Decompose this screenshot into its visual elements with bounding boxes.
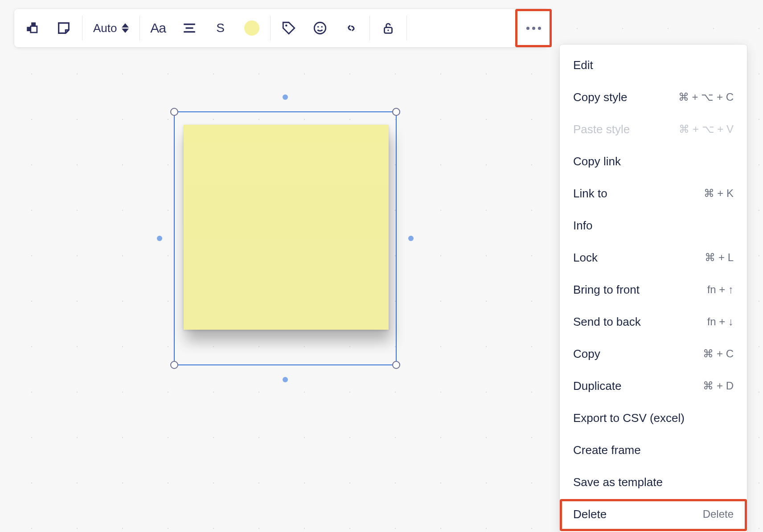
svg-rect-0 <box>31 26 37 33</box>
menu-item-label: Save as template <box>573 475 663 489</box>
lock-button[interactable] <box>373 12 404 44</box>
menu-item-copy[interactable]: Copy ⌘ + C <box>560 338 747 370</box>
menu-item-label: Paste style <box>573 123 630 136</box>
menu-item-send-to-back[interactable]: Send to back fn + ↓ <box>560 306 747 338</box>
menu-item-label: Lock <box>573 251 598 265</box>
svg-point-4 <box>285 25 287 27</box>
menu-item-shortcut: fn + ↓ <box>707 315 734 328</box>
text-format-button[interactable]: Aa <box>143 12 174 44</box>
menu-item-shortcut: ⌘ + D <box>703 380 734 392</box>
edge-handle-right[interactable] <box>408 236 414 241</box>
menu-item-bring-to-front[interactable]: Bring to front fn + ↑ <box>560 274 747 306</box>
resize-handle-tr[interactable] <box>392 108 400 116</box>
selection-bounding-box[interactable] <box>174 111 397 365</box>
emoji-icon <box>312 20 328 36</box>
menu-item-label: Info <box>573 219 592 233</box>
menu-item-save-template[interactable]: Save as template <box>560 466 747 498</box>
svg-point-9 <box>387 29 389 31</box>
menu-item-shortcut: ⌘ + C <box>703 348 734 360</box>
unlock-icon <box>381 20 396 36</box>
svg-point-6 <box>317 26 319 27</box>
note-size-label: S <box>216 21 225 35</box>
menu-item-label: Delete <box>573 507 607 521</box>
stepper-arrows-icon <box>122 23 129 33</box>
menu-item-label: Bring to front <box>573 283 640 297</box>
menu-item-shortcut: ⌘ + L <box>705 251 734 264</box>
more-options-button[interactable] <box>515 9 552 47</box>
menu-item-info[interactable]: Info <box>560 209 747 241</box>
context-menu: Edit Copy style ⌘ + ⌥ + C Paste style ⌘ … <box>560 45 747 532</box>
link-button[interactable] <box>336 12 367 44</box>
text-format-label: Aa <box>150 20 166 36</box>
emoji-button[interactable] <box>304 12 336 44</box>
menu-item-copy-style[interactable]: Copy style ⌘ + ⌥ + C <box>560 81 747 113</box>
color-swatch-icon <box>244 20 259 36</box>
menu-item-edit[interactable]: Edit <box>560 49 747 81</box>
menu-item-label: Send to back <box>573 315 641 329</box>
layers-icon <box>25 20 40 36</box>
edge-handle-left[interactable] <box>157 236 162 241</box>
menu-item-lock[interactable]: Lock ⌘ + L <box>560 241 747 274</box>
tag-icon <box>281 20 296 36</box>
sticky-note-icon <box>56 20 71 36</box>
more-dots-icon <box>526 27 541 30</box>
fill-color-button[interactable] <box>236 12 267 44</box>
resize-handle-bl[interactable] <box>170 361 178 369</box>
menu-item-duplicate[interactable]: Duplicate ⌘ + D <box>560 370 747 402</box>
tag-button[interactable] <box>273 12 304 44</box>
menu-item-create-frame[interactable]: Create frame <box>560 434 747 466</box>
menu-item-label: Copy <box>573 347 600 361</box>
sticky-note[interactable] <box>184 125 389 330</box>
menu-item-label: Export to CSV (excel) <box>573 411 685 425</box>
font-size-select[interactable]: Auto <box>85 21 137 35</box>
menu-item-label: Create frame <box>573 443 641 457</box>
svg-point-5 <box>314 22 326 34</box>
resize-handle-br[interactable] <box>392 361 400 369</box>
menu-item-shortcut: ⌘ + ⌥ + C <box>678 91 734 103</box>
menu-item-shortcut: ⌘ + ⌥ + V <box>679 123 734 135</box>
svg-point-7 <box>321 26 322 27</box>
note-size-button[interactable]: S <box>205 12 236 44</box>
menu-item-shortcut: ⌘ + K <box>704 187 734 200</box>
resize-handle-tl[interactable] <box>170 108 178 116</box>
edge-handle-bottom[interactable] <box>283 377 288 382</box>
font-size-value: Auto <box>93 21 117 35</box>
menu-item-shortcut: fn + ↑ <box>707 283 734 296</box>
shape-type-button[interactable] <box>48 12 79 44</box>
menu-item-label: Duplicate <box>573 379 621 393</box>
menu-item-label: Edit <box>573 58 593 72</box>
edge-handle-top[interactable] <box>283 94 288 100</box>
menu-item-link-to[interactable]: Link to ⌘ + K <box>560 177 747 209</box>
menu-item-shortcut: Delete <box>703 508 734 520</box>
menu-item-copy-link[interactable]: Copy link <box>560 145 747 177</box>
menu-item-label: Link to <box>573 187 607 201</box>
bring-forward-button[interactable] <box>17 12 48 44</box>
object-toolbar: Auto Aa S <box>14 9 549 47</box>
link-icon <box>344 20 359 36</box>
text-align-button[interactable] <box>174 12 205 44</box>
menu-item-label: Copy style <box>573 90 627 104</box>
menu-item-delete[interactable]: Delete Delete <box>560 498 747 530</box>
align-center-icon <box>182 20 197 36</box>
menu-item-paste-style: Paste style ⌘ + ⌥ + V <box>560 113 747 145</box>
menu-item-export-csv[interactable]: Export to CSV (excel) <box>560 402 747 434</box>
menu-item-label: Copy link <box>573 155 621 168</box>
